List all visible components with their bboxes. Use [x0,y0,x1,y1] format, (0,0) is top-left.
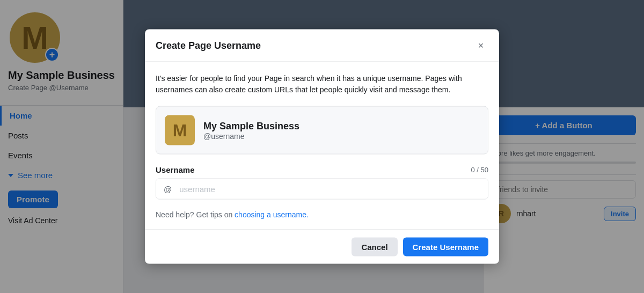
help-text: Need help? Get tips on choosing a userna… [156,210,488,219]
business-info: My Sample Business @username [203,120,299,140]
help-link[interactable]: choosing a username. [235,210,309,219]
business-at-username: @username [203,131,299,140]
username-input-wrapper: @ [156,179,488,200]
modal-body: It's easier for people to find your Page… [145,62,499,230]
modal-close-button[interactable]: × [473,38,488,53]
username-count: 0 / 50 [471,166,488,174]
cancel-button[interactable]: Cancel [352,238,397,257]
username-label: Username [156,165,195,174]
username-input[interactable] [177,179,488,199]
modal-title: Create Page Username [156,40,261,51]
modal-description: It's easier for people to find your Page… [156,73,488,96]
modal-header: Create Page Username × [145,30,499,62]
help-text-pre: Need help? Get tips on [156,210,235,219]
business-name: My Sample Business [203,120,299,131]
username-section: Username 0 / 50 @ [156,165,488,200]
modal-footer: Cancel Create Username [145,230,499,264]
create-username-modal: Create Page Username × It's easier for p… [145,30,499,264]
business-avatar: M [165,115,195,145]
at-symbol: @ [156,179,177,199]
username-label-row: Username 0 / 50 [156,165,488,174]
create-username-button[interactable]: Create Username [403,238,488,257]
business-card: M My Sample Business @username [156,106,488,155]
